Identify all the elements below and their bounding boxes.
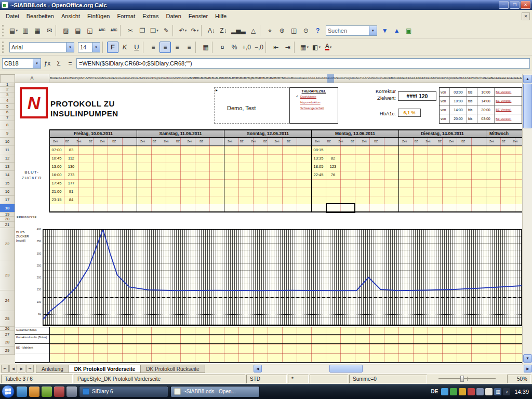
- bz-cell[interactable]: 177: [65, 181, 77, 185]
- quick-launch-icon-1[interactable]: [17, 387, 27, 397]
- bz-veraenderung-link[interactable]: BZ-Veränd.: [495, 88, 522, 96]
- bz-cell[interactable]: 123: [327, 164, 339, 169]
- row-header-8[interactable]: 8: [0, 121, 15, 129]
- menu-item[interactable]: Daten: [162, 11, 184, 21]
- row-header-9[interactable]: 9: [0, 129, 15, 138]
- zeit-cell[interactable]: 21:00: [50, 189, 63, 194]
- last-sheet-button[interactable]: ⇥: [26, 365, 34, 373]
- name-box-dropdown-icon[interactable]: ▾: [33, 59, 41, 68]
- row-header-4[interactable]: 4: [0, 98, 15, 104]
- zielwert-value-cell[interactable]: ###/ 120: [398, 91, 436, 101]
- row-header-1[interactable]: 1: [0, 83, 15, 87]
- quick-launch-icon-2[interactable]: [29, 387, 39, 397]
- tray-icon-3[interactable]: [459, 388, 466, 395]
- row-header-6[interactable]: 6: [0, 110, 15, 115]
- tray-icon-2[interactable]: [450, 388, 457, 395]
- font-size-dropdown-icon[interactable]: ▾: [92, 43, 100, 52]
- therapy-goal-option[interactable]: ✓ Schwangerschaft: [296, 106, 336, 110]
- row-header-14[interactable]: 14: [0, 171, 15, 179]
- selection-mode-status[interactable]: STD: [246, 375, 287, 383]
- bz-veraenderung-link[interactable]: BZ-Veränd.: [495, 105, 522, 114]
- therapy-goal-option[interactable]: ✓ Hyporeduktion: [296, 100, 336, 104]
- row-header-11[interactable]: 11: [0, 146, 15, 154]
- selected-cell-outline[interactable]: [326, 203, 355, 213]
- zeit-cell[interactable]: 23:15: [50, 197, 63, 202]
- scroll-left-icon[interactable]: ◀: [254, 365, 262, 373]
- help-button[interactable]: ?: [312, 25, 324, 36]
- auto-spellcheck-button[interactable]: ABC: [108, 25, 119, 36]
- task-calc-document[interactable]: ~SiABB8.ods - Open...: [170, 386, 260, 397]
- font-size-input[interactable]: [78, 44, 92, 50]
- quick-launch-icon-3[interactable]: [42, 387, 52, 397]
- hba1c-value-cell[interactable]: 6,1 %: [398, 109, 421, 117]
- quick-launch-icon-5[interactable]: [66, 387, 77, 397]
- row-header-7[interactable]: 7: [0, 115, 15, 121]
- font-name-input[interactable]: [10, 44, 66, 50]
- column-header-row[interactable]: A BCDEFGHIJKLMNOPQRSTUVWXYZAAABACADAEAFA…: [15, 74, 522, 83]
- undo-button[interactable]: ↶: [177, 25, 189, 36]
- font-color-button[interactable]: A: [323, 42, 334, 53]
- quick-launch-icon-4[interactable]: [54, 387, 64, 397]
- row-header-23[interactable]: 23: [0, 260, 15, 290]
- row-header-13[interactable]: 13: [0, 163, 15, 171]
- next-sheet-button[interactable]: ▶: [18, 365, 25, 373]
- scroll-right-icon[interactable]: ▶: [524, 365, 532, 373]
- add-decimal-button[interactable]: +,0: [241, 42, 252, 53]
- row-header-25[interactable]: 25: [0, 311, 15, 327]
- format-paintbrush-button[interactable]: ✎: [161, 25, 172, 36]
- cell-reference-input[interactable]: [3, 60, 33, 66]
- search-input[interactable]: [326, 28, 369, 34]
- network-icon[interactable]: ▥: [494, 388, 501, 395]
- tab-dk-protokoll-rueckseite[interactable]: DK Protokoll Rückseite: [141, 365, 205, 373]
- zeit-cell[interactable]: 17:45: [50, 181, 63, 185]
- spellcheck-button[interactable]: ABC: [96, 25, 108, 36]
- restore-button[interactable]: ❐: [510, 1, 520, 9]
- row-header-3[interactable]: 3: [0, 92, 15, 98]
- spreadsheet-grid[interactable]: N PROTOKOLL ZU INSULINPUMPEN ▸ Demo, Tes…: [15, 83, 522, 364]
- gallery-button[interactable]: ◫: [288, 25, 300, 36]
- toolbar-grip[interactable]: [2, 42, 5, 53]
- paste-button[interactable]: ❏: [149, 25, 160, 36]
- font-size-combobox[interactable]: ▾: [78, 42, 100, 52]
- row-header-22[interactable]: 22: [0, 228, 15, 260]
- row-header-19[interactable]: 19: [0, 212, 15, 217]
- underline-button[interactable]: U: [131, 42, 142, 53]
- sum-status[interactable]: Summe=0: [349, 375, 427, 383]
- page-preview-button[interactable]: ◱: [84, 25, 96, 36]
- email-button[interactable]: ✉: [44, 25, 55, 36]
- bz-cell[interactable]: 84: [65, 197, 77, 202]
- bold-button[interactable]: F: [107, 42, 118, 53]
- align-left-button[interactable]: ≡: [148, 42, 159, 53]
- print-button[interactable]: ▤: [72, 25, 84, 36]
- open-button[interactable]: ▥: [20, 25, 31, 36]
- align-center-button[interactable]: ≡: [159, 42, 171, 53]
- row-header-16[interactable]: 16: [0, 188, 15, 196]
- delete-decimal-button[interactable]: −,0: [253, 42, 265, 53]
- bis-time[interactable]: 10:00: [477, 88, 495, 96]
- zeit-cell[interactable]: 08:15: [312, 148, 325, 152]
- row-header-2[interactable]: 2: [0, 87, 15, 92]
- zoom-button[interactable]: ⊙: [300, 25, 312, 36]
- column-header-a[interactable]: A: [15, 74, 49, 83]
- bz-cell[interactable]: 76: [327, 172, 339, 177]
- bz-cell[interactable]: 83: [65, 148, 77, 152]
- tab-dk-protokoll-vorderseite[interactable]: DK Protokoll Vorderseite: [69, 365, 141, 373]
- search-dropdown-icon[interactable]: ▾: [369, 26, 377, 35]
- menu-item[interactable]: Ansicht: [58, 11, 84, 21]
- find-previous-button[interactable]: ▲: [391, 25, 403, 36]
- row-header-21[interactable]: 21: [0, 222, 15, 228]
- navigator-button[interactable]: ⊕: [276, 25, 288, 36]
- row-header-12[interactable]: 12: [0, 154, 15, 163]
- toolbar-grip[interactable]: [2, 25, 5, 36]
- cut-button[interactable]: ✂: [125, 25, 136, 36]
- bis-time[interactable]: 14:00: [477, 97, 495, 105]
- align-justify-button[interactable]: ≡: [183, 42, 195, 53]
- align-right-button[interactable]: ≡: [171, 42, 183, 53]
- zeit-cell[interactable]: 07:00: [50, 148, 63, 152]
- first-sheet-button[interactable]: ⇤: [1, 365, 9, 373]
- italic-button[interactable]: K: [119, 42, 130, 53]
- bz-veraenderung-link[interactable]: BZ-Veränd.: [495, 97, 522, 105]
- currency-format-button[interactable]: ¤: [217, 42, 228, 53]
- row-header-26[interactable]: 26: [0, 327, 15, 331]
- select-all-corner[interactable]: [0, 74, 15, 83]
